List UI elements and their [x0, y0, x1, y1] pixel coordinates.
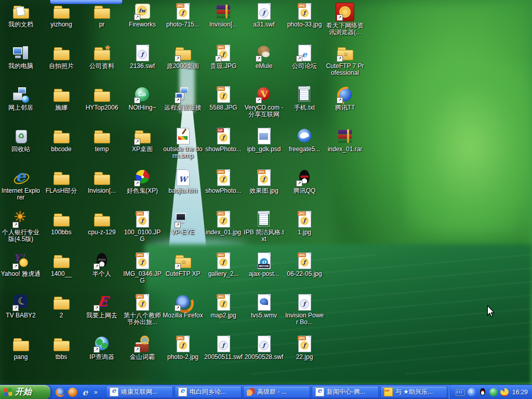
desktop-icon[interactable]: cpu-z-129	[82, 210, 122, 236]
desktop-icon[interactable]: JPGphoto-715...	[163, 3, 203, 28]
desktop-icon[interactable]: ↗个人银行专业版(4.5版)	[1, 210, 41, 243]
desktop-icon[interactable]: ↗腾讯TT	[325, 86, 365, 111]
desktop-icon[interactable]: JPG22.jpg	[284, 335, 325, 361]
desktop-icon[interactable]: ipb_gdk.psd	[244, 127, 284, 153]
desktop-icon[interactable]: 我的电脑	[1, 44, 41, 70]
desktop-icon[interactable]: JPGphoto-2.jpg	[163, 335, 203, 361]
quicklaunch-chevron-icon[interactable]: »	[94, 389, 98, 396]
desktop-icon[interactable]: tvs5.wmv	[244, 294, 284, 319]
qq-tray-icon[interactable]	[478, 388, 487, 396]
taskbar-task-button[interactable]: 高级群 - ...	[243, 386, 310, 398]
desktop-icon[interactable]: GIFshowPhoto...	[203, 127, 244, 153]
desktop-icon[interactable]: ↗我要上网去	[82, 294, 122, 319]
desktop-icon[interactable]: 我的文档	[1, 3, 41, 28]
desktop-icon[interactable]: ↗半个人	[82, 252, 122, 277]
input-method-icon[interactable]	[456, 389, 465, 396]
desktop-icon[interactable]: JPGshowPhoto...	[203, 169, 244, 194]
taskbar-task-button[interactable]: 与 ★助兴乐...	[380, 386, 447, 398]
desktop-icon[interactable]: baojia.htm	[163, 169, 203, 194]
desktop-icon[interactable]: ↗VP-EYE	[163, 210, 203, 236]
desktop-icon[interactable]: 回收站	[1, 127, 41, 153]
desktop-icon[interactable]: JPGphoto-33.jpg	[284, 3, 325, 28]
fw-glyph-icon	[179, 341, 187, 350]
desktop-icon[interactable]: 施娜	[41, 86, 82, 111]
start-button[interactable]: 开始	[0, 385, 50, 399]
desktop-icon[interactable]: ↗好色鬼(XP)	[122, 169, 163, 194]
downloader-tray-icon[interactable]	[500, 388, 509, 396]
desktop-icon[interactable]: FLAsH部分	[41, 169, 82, 194]
desktop-icon[interactable]: Invision[...	[82, 169, 122, 194]
desktop-icon[interactable]: ↗看天下网络资讯浏览器(...	[325, 3, 365, 36]
desktop-icon[interactable]: ↗TV BABY2	[1, 294, 41, 319]
desktop-icon[interactable]: JPGgallery_2...	[203, 252, 244, 277]
desktop-icon[interactable]: MOVIEajax-post...	[244, 252, 284, 277]
iedoc-icon	[110, 388, 118, 396]
desktop-icon[interactable]: 手机.txt	[284, 86, 325, 111]
desktop-icon[interactable]: ↗VeryCD.com - 分享互联网	[244, 86, 284, 118]
desktop-icon[interactable]: ↗金山词霸	[122, 335, 163, 361]
desktop-icon[interactable]: JPGindex_01.jpg	[203, 210, 244, 236]
desktop-icon[interactable]: ↗XP桌面	[122, 127, 163, 153]
tray-collapse-chevron-icon[interactable]: ‹	[468, 388, 476, 396]
vpeye-icon: ↗	[174, 210, 192, 228]
file-type-badge: JPG	[217, 170, 225, 174]
desktop-icon[interactable]: 2136.swf	[122, 44, 163, 70]
desktop-icon[interactable]: 20050528.swf	[244, 335, 284, 361]
taskbar-task-button[interactable]: 电白同乡论...	[175, 386, 242, 398]
app-quicklaunch-icon[interactable]	[68, 388, 77, 397]
desktop-icon-label: 金山词霸	[122, 354, 163, 361]
desktop-icon[interactable]: JPG100_0100.JPG	[122, 210, 163, 243]
desktop-icon[interactable]: JPG↗贵琼.JPG	[203, 44, 244, 70]
desktop-icon[interactable]: JPG5588.JPG	[203, 86, 244, 111]
desktop-icon[interactable]: tbbs	[41, 335, 82, 361]
desktop-icon[interactable]: 20050511.swf	[203, 335, 244, 361]
desktop-icon[interactable]: ↗eMule	[244, 44, 284, 70]
desktop-icon[interactable]: Invision[...	[203, 3, 244, 28]
desktop-icon[interactable]: ↗腾讯QQ	[284, 169, 325, 194]
desktop-icon[interactable]: JPG效果图.jpg	[244, 169, 284, 194]
desktop-icon[interactable]: 100bbs	[41, 210, 82, 236]
desktop-icon[interactable]: bbcode	[41, 127, 82, 153]
desktop-icon[interactable]: pang	[1, 335, 41, 361]
desktop[interactable]: 我的文档yizhongpr↗FireworksJPGphoto-715...In…	[0, 0, 532, 399]
ie-quicklaunch-icon[interactable]: e	[81, 388, 90, 397]
desktop-icon[interactable]: JPG第十八个教师节外出旅...	[122, 294, 163, 326]
desktop-icon[interactable]: 2	[41, 294, 82, 319]
firefox-quicklaunch-icon[interactable]	[56, 388, 65, 397]
messenger-tray-icon[interactable]	[489, 388, 498, 396]
desktop-icon[interactable]: 自拍照片	[41, 44, 82, 70]
desktop-icon[interactable]: 1400__	[41, 252, 82, 277]
desktop-icon[interactable]: ↗公司论坛	[284, 44, 325, 70]
desktop-icon[interactable]: JPG06-22-05.jpg	[284, 252, 325, 277]
desktop-icon-label: outside the dorm.bmp	[163, 146, 203, 159]
desktop-icon[interactable]: outside the dorm.bmp	[163, 127, 203, 159]
desktop-icon[interactable]: IPB 简洁风格.txt	[244, 210, 284, 243]
desktop-icon[interactable]: ↗IP查询器	[82, 335, 122, 361]
desktop-icon[interactable]: ↗Fireworks	[122, 3, 163, 28]
desktop-icon-label: 公司论坛	[284, 63, 325, 70]
desktop-icon[interactable]: pr	[82, 3, 122, 28]
taskbar-task-button[interactable]: 靖康互联网...	[106, 386, 173, 398]
desktop-icon[interactable]: JPG1.jpg	[284, 210, 325, 236]
desktop-icon[interactable]: ↗Yahoo! 雅虎通	[1, 252, 41, 277]
desktop-icon[interactable]: index_01.rar	[325, 127, 365, 153]
desktop-icon[interactable]: freegate5...	[284, 127, 325, 153]
desktop-icon[interactable]: ↗远程桌面连接	[163, 86, 203, 111]
desktop-icon[interactable]: temp	[82, 127, 122, 153]
desktop-icon[interactable]: a31.swf	[244, 3, 284, 28]
desktop-icon[interactable]: 网上邻居	[1, 86, 41, 111]
desktop-icon[interactable]: JPGIMG_0346.JPG	[122, 252, 163, 284]
desktop-icon[interactable]: HYTop2006	[82, 86, 122, 111]
tray-clock[interactable]: 16:29	[512, 389, 528, 396]
taskbar-task-button[interactable]: 新闻中心-腾...	[312, 386, 379, 398]
desktop-icon[interactable]: ☺↗CuteFTP XP	[163, 252, 203, 277]
desktop-icon[interactable]: JPGmap2.jpg	[203, 294, 244, 319]
desktop-icon[interactable]: yizhong	[41, 3, 82, 28]
desktop-icon[interactable]: ↗Mozilla Firefox	[163, 294, 203, 319]
desktop-icon[interactable]: ↗原2000桌面	[163, 44, 203, 70]
desktop-icon[interactable]: Invision Power Bo...	[284, 294, 325, 326]
desktop-icon[interactable]: ↗NOtHing~	[122, 86, 163, 111]
desktop-icon[interactable]: ☺↗CuteFTP 7 Professional	[325, 44, 365, 76]
desktop-icon[interactable]: Internet Explorer	[1, 169, 41, 201]
desktop-icon[interactable]: ★公司资料	[82, 44, 122, 70]
